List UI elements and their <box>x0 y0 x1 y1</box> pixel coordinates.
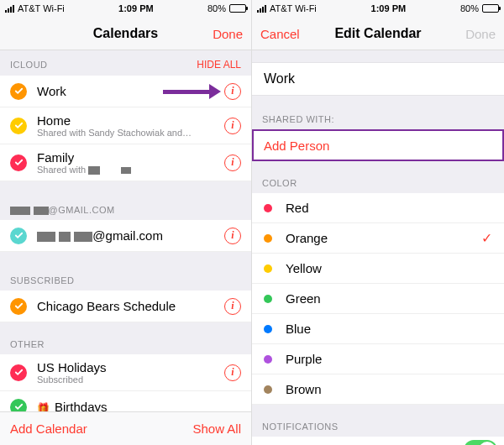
color-option-orange[interactable]: Orange ✓ <box>252 223 504 254</box>
calendar-label: Family <box>37 150 224 165</box>
battery-icon <box>229 4 246 13</box>
color-label: Blue <box>286 322 492 336</box>
color-option-green[interactable]: Green <box>252 284 504 314</box>
battery-icon <box>482 4 499 13</box>
color-swatch <box>264 264 272 273</box>
info-icon[interactable]: i <box>224 298 241 315</box>
calendar-sublabel: Shared with Sandy Stachowiak and… <box>37 128 224 138</box>
section-label: SHARED WITH: <box>262 114 334 124</box>
color-label: Brown <box>286 382 492 396</box>
page-title: Calendars <box>93 26 158 41</box>
add-person-row[interactable]: Add Person <box>252 129 504 161</box>
calendar-label: US Holidays <box>37 360 224 374</box>
bottom-toolbar: Add Calendar Show All <box>0 411 251 445</box>
color-label: Purple <box>286 352 492 366</box>
section-label: COLOR <box>262 178 297 188</box>
color-swatch <box>264 325 272 333</box>
battery-pct: 80% <box>460 3 479 13</box>
color-swatch <box>264 234 272 243</box>
check-icon <box>10 83 27 100</box>
section-header-color: COLOR <box>252 161 504 193</box>
section-label: ICLOUD <box>10 60 48 70</box>
check-icon <box>10 364 27 381</box>
color-option-red[interactable]: Red <box>252 193 504 223</box>
section-header-sharedwith: SHARED WITH: <box>252 96 504 129</box>
hide-all-button[interactable]: HIDE ALL <box>197 59 241 71</box>
notifications-toggle-row[interactable] <box>252 437 504 445</box>
calendar-row-family[interactable]: Family Shared with i <box>0 144 251 181</box>
page-title: Edit Calendar <box>334 26 421 41</box>
info-icon[interactable]: i <box>224 154 241 171</box>
done-button[interactable]: Done <box>204 17 251 50</box>
add-person-label: Add Person <box>264 139 329 153</box>
check-icon <box>10 154 27 171</box>
color-option-brown[interactable]: Brown <box>252 374 504 405</box>
section-label: @GMAIL.COM <box>10 205 115 215</box>
add-calendar-button[interactable]: Add Calendar <box>10 421 87 436</box>
status-bar: AT&T Wi-Fi 1:09 PM 80% <box>252 0 504 17</box>
info-icon[interactable]: i <box>224 83 241 100</box>
battery-pct: 80% <box>207 3 226 13</box>
info-icon[interactable]: i <box>224 228 241 244</box>
color-label: Green <box>286 291 492 306</box>
show-all-button[interactable]: Show All <box>192 421 241 436</box>
section-header-notifications: NOTIFICATIONS <box>252 405 504 437</box>
clock: 1:09 PM <box>118 3 154 13</box>
section-label: NOTIFICATIONS <box>262 421 339 432</box>
signal-icon <box>257 5 266 13</box>
calendar-sublabel: Subscribed <box>37 374 224 385</box>
calendar-name-value: Work <box>264 71 295 86</box>
section-label: OTHER <box>10 339 45 349</box>
carrier-label: AT&T Wi-Fi <box>270 3 317 13</box>
calendar-label: Work <box>37 84 224 98</box>
color-label: Red <box>286 201 492 215</box>
section-header-icloud: ICLOUD HIDE ALL <box>0 50 251 76</box>
calendar-row-work[interactable]: Work i <box>0 76 251 107</box>
calendar-row-bears[interactable]: Chicago Bears Schedule i <box>0 291 251 322</box>
color-label: Yellow <box>286 261 492 275</box>
check-icon <box>10 298 27 315</box>
calendar-sublabel: Shared with <box>37 165 224 175</box>
color-option-yellow[interactable]: Yellow <box>252 254 504 284</box>
checkmark-icon: ✓ <box>481 230 492 246</box>
done-button[interactable]: Done <box>457 17 504 50</box>
color-swatch <box>264 204 272 212</box>
toggle-switch[interactable] <box>464 440 497 445</box>
section-header-other: OTHER <box>0 331 251 354</box>
info-icon[interactable]: i <box>224 118 241 134</box>
color-swatch <box>264 295 272 303</box>
calendar-label: @gmail.com <box>37 228 224 243</box>
carrier-label: AT&T Wi-Fi <box>18 3 65 13</box>
calendar-row-gmail[interactable]: @gmail.com i <box>0 220 251 252</box>
section-label: SUBSCRIBED <box>10 275 75 285</box>
signal-icon <box>5 5 14 13</box>
color-swatch <box>264 355 272 364</box>
calendar-row-usholidays[interactable]: US Holidays Subscribed i <box>0 354 251 391</box>
info-icon[interactable]: i <box>224 364 241 381</box>
calendars-screen: AT&T Wi-Fi 1:09 PM 80% Calendars Done IC… <box>0 0 252 445</box>
calendar-label: Chicago Bears Schedule <box>37 299 224 313</box>
edit-calendar-screen: AT&T Wi-Fi 1:09 PM 80% Cancel Edit Calen… <box>252 0 504 445</box>
color-option-blue[interactable]: Blue <box>252 314 504 344</box>
cancel-button[interactable]: Cancel <box>252 17 308 50</box>
clock: 1:09 PM <box>371 3 407 13</box>
section-header-subscribed: SUBSCRIBED <box>0 267 251 291</box>
calendar-label: Home <box>37 113 224 128</box>
color-swatch <box>264 385 272 394</box>
color-option-purple[interactable]: Purple <box>252 344 504 374</box>
color-label: Orange <box>286 231 481 245</box>
calendar-name-field[interactable]: Work <box>252 62 504 96</box>
status-bar: AT&T Wi-Fi 1:09 PM 80% <box>0 0 251 17</box>
section-header-gmail: @GMAIL.COM <box>0 196 251 220</box>
check-icon <box>10 228 27 244</box>
calendar-row-home[interactable]: Home Shared with Sandy Stachowiak and… i <box>0 107 251 144</box>
nav-bar: Cancel Edit Calendar Done <box>252 17 504 50</box>
check-icon <box>10 118 27 134</box>
nav-bar: Calendars Done <box>0 17 251 50</box>
